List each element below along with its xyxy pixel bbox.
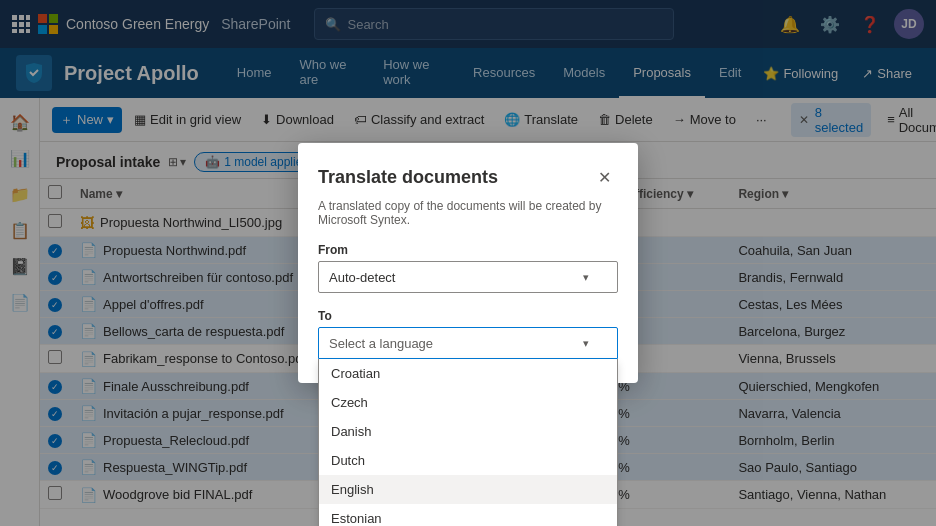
dialog-title: Translate documents [318,167,498,188]
language-option-croatian[interactable]: Croatian [319,359,617,388]
from-value: Auto-detect [329,270,396,285]
language-option-english[interactable]: English [319,475,617,504]
to-placeholder: Select a language [329,336,433,351]
dialog-body: From Auto-detect ▾ To Select a language … [298,243,638,383]
language-dropdown[interactable]: Croatian Czech Danish Dutch English Esto… [318,359,618,526]
dialog-close-button[interactable]: ✕ [590,163,618,191]
dialog-subtitle: A translated copy of the documents will … [298,199,638,243]
to-select-wrapper: Select a language ▾ Croatian Czech Danis… [318,327,618,359]
dialog-header: Translate documents ✕ [298,143,638,199]
language-option-danish[interactable]: Danish [319,417,617,446]
from-chevron-icon: ▾ [583,271,589,284]
language-option-dutch[interactable]: Dutch [319,446,617,475]
to-label: To [318,309,618,323]
language-option-czech[interactable]: Czech [319,388,617,417]
translate-dialog: Translate documents ✕ A translated copy … [298,143,638,383]
from-select[interactable]: Auto-detect ▾ [318,261,618,293]
from-label: From [318,243,618,257]
to-chevron-icon: ▾ [583,337,589,350]
from-select-wrapper: Auto-detect ▾ [318,261,618,293]
to-select-trigger[interactable]: Select a language ▾ [318,327,618,359]
language-option-estonian[interactable]: Estonian [319,504,617,526]
dialog-overlay: Translate documents ✕ A translated copy … [0,0,936,526]
